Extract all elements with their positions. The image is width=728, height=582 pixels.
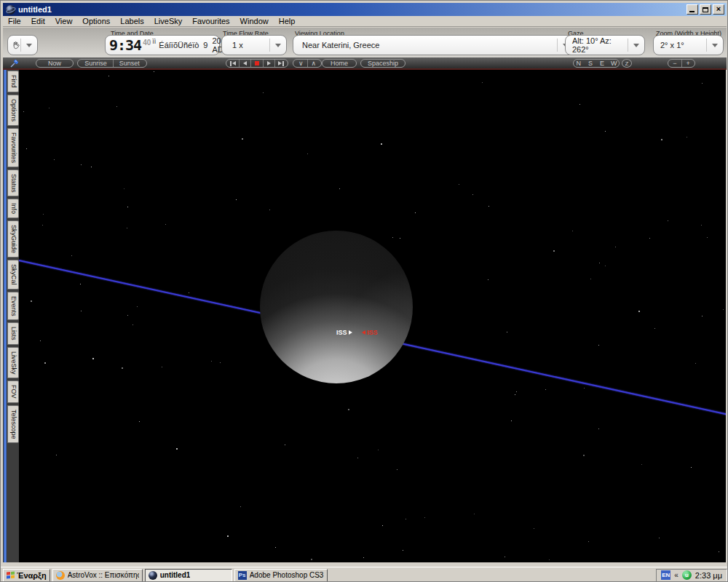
star	[534, 528, 534, 529]
star	[240, 506, 241, 507]
tab-skyguide[interactable]: SkyGuide	[7, 220, 19, 258]
star	[91, 167, 92, 167]
gaze-panel[interactable]: Alt: 10° Az: 262°	[565, 35, 645, 55]
minimize-button[interactable]	[687, 4, 698, 15]
start-button[interactable]: Έναρξη	[3, 569, 50, 582]
menu-file[interactable]: File	[3, 17, 26, 25]
maximize-button[interactable]	[700, 4, 711, 15]
star	[122, 367, 123, 369]
star	[584, 388, 585, 388]
pushpin-icon[interactable]	[9, 58, 20, 68]
star	[211, 361, 212, 362]
zoom-value[interactable]: 2° x 1°	[660, 41, 684, 49]
star	[654, 328, 655, 329]
zenith-button[interactable]: Z	[622, 59, 632, 68]
windows-logo-icon	[7, 571, 15, 579]
zoom-panel[interactable]: 2° x 1°	[653, 35, 724, 55]
task-untitled1[interactable]: untitled1	[145, 569, 232, 582]
star	[516, 391, 517, 392]
moon[interactable]	[260, 231, 413, 383]
star	[707, 237, 708, 238]
hand-tool-button[interactable]	[7, 35, 38, 55]
sunset-button[interactable]: Sunset	[114, 60, 146, 67]
zoom-in-button[interactable]: +	[682, 60, 695, 67]
step-forward-button[interactable]	[275, 60, 287, 67]
tab-find[interactable]: Find	[7, 71, 19, 92]
hand-tool-dropdown-icon[interactable]	[26, 44, 32, 47]
menu-window[interactable]: Window	[235, 17, 274, 25]
menu-favourites[interactable]: Favourites	[187, 17, 234, 25]
task-astrovox[interactable]: AstroVox :: Επισκόπηση ...	[52, 569, 143, 582]
close-button[interactable]: ×	[713, 4, 724, 15]
time-flow-panel[interactable]: 1 x	[221, 35, 287, 55]
stop-button[interactable]	[251, 60, 263, 67]
star	[605, 131, 606, 132]
menu-edit[interactable]: Edit	[26, 17, 50, 25]
home-button[interactable]: Home	[322, 59, 357, 68]
tab-livesky[interactable]: LiveSky	[7, 347, 19, 379]
play-backward-button[interactable]	[240, 60, 250, 67]
clock-meridiem[interactable]: ìì	[152, 38, 156, 45]
iss-marker-white[interactable]: ISS	[336, 329, 352, 336]
tab-lists[interactable]: Lists	[7, 322, 19, 345]
sky-view[interactable]: ISS ISS	[19, 70, 726, 562]
now-button[interactable]: Now	[36, 59, 74, 68]
tab-status[interactable]: Status	[7, 170, 19, 197]
zoom-out-button[interactable]: −	[668, 60, 681, 67]
star	[382, 525, 383, 526]
menu-options[interactable]: Options	[77, 17, 115, 25]
date-month[interactable]: ÉáíïõÜñéïò	[159, 41, 199, 49]
gaze-south-button[interactable]: S	[585, 60, 596, 67]
star	[236, 199, 237, 200]
menu-help[interactable]: Help	[274, 17, 301, 25]
star	[405, 519, 406, 519]
viewing-location-panel[interactable]: Near Katerini, Greece	[293, 35, 574, 55]
tab-info[interactable]: Info	[7, 199, 19, 218]
star	[488, 279, 488, 280]
tab-favourites[interactable]: Favourites	[7, 128, 19, 167]
tab-skycal[interactable]: SkyCal	[7, 260, 19, 290]
gaze-north-button[interactable]: N	[572, 60, 585, 67]
tray-collapse-chevron[interactable]: «	[674, 571, 678, 579]
menu-livesky[interactable]: LiveSky	[149, 17, 188, 25]
tab-events[interactable]: Events	[7, 292, 19, 321]
iss-marker-red[interactable]: ISS	[362, 329, 378, 336]
menu-labels[interactable]: Labels	[115, 17, 149, 25]
date-day[interactable]: 9	[203, 41, 207, 49]
decrease-rate-button[interactable]: ∨	[295, 60, 307, 67]
star	[92, 358, 94, 359]
star	[220, 362, 221, 363]
star	[719, 551, 719, 552]
gaze-value[interactable]: Alt: 10° Az: 262°	[572, 36, 628, 54]
clock-seconds[interactable]: 40	[143, 39, 151, 47]
clock-time[interactable]: 9:34	[109, 36, 141, 54]
time-flow-dropdown-icon[interactable]	[275, 44, 281, 47]
task-photoshop[interactable]: Ps Adobe Photoshop CS3 E...	[234, 569, 328, 582]
time-flow-value[interactable]: 1 x	[232, 41, 243, 49]
star	[381, 143, 382, 145]
star	[26, 148, 27, 149]
gaze-dropdown-icon[interactable]	[633, 44, 639, 47]
zoom-dropdown-icon[interactable]	[712, 44, 718, 47]
play-forward-button[interactable]	[264, 60, 274, 67]
tab-fov[interactable]: FOV	[7, 380, 19, 403]
star	[127, 315, 128, 316]
sunrise-button[interactable]: Sunrise	[79, 60, 113, 67]
menu-view[interactable]: View	[50, 17, 78, 25]
clock-tray[interactable]: 2:33 μμ	[695, 571, 722, 580]
star	[176, 448, 178, 450]
spaceship-button[interactable]: Spaceship	[360, 59, 405, 68]
time-date-panel[interactable]: 9:34 40 ìì ÉáíïõÜñéïò 9 2011 AD	[105, 35, 220, 55]
viewing-location-value[interactable]: Near Katerini, Greece	[302, 41, 379, 49]
language-indicator[interactable]: EN	[661, 570, 670, 580]
increase-rate-button[interactable]: ∧	[308, 60, 320, 67]
play-backward-icon	[243, 61, 247, 65]
star	[127, 228, 127, 228]
tray-app-icon[interactable]: u	[682, 570, 692, 580]
step-back-button[interactable]	[227, 60, 239, 67]
gaze-east-button[interactable]: E	[596, 60, 608, 67]
gaze-west-button[interactable]: W	[608, 60, 620, 67]
titlebar[interactable]: untitled1 ×	[3, 3, 727, 16]
tab-options[interactable]: Options	[7, 95, 19, 126]
tab-telescope[interactable]: Telescope	[7, 405, 19, 444]
